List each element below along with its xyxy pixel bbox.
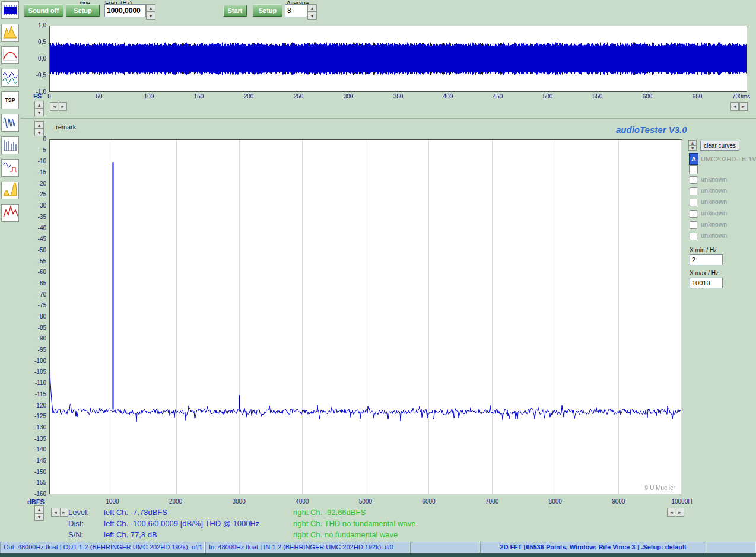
average-input[interactable]: [285, 4, 307, 17]
frequency-spin-down-button[interactable]: ▼: [146, 12, 155, 20]
scope-scroll-right2-button[interactable]: ►: [739, 102, 748, 111]
fft-y-tick-label: -40: [21, 225, 46, 232]
fft-y-tick-label: -50: [21, 247, 46, 254]
spectrogram-icon[interactable]: [1, 24, 19, 42]
taskbar-strip: [0, 553, 756, 557]
fft-y-tick-label: 0: [21, 136, 46, 143]
curve-unknown-checkbox[interactable]: [690, 176, 697, 184]
dual-wave-icon[interactable]: [1, 69, 19, 87]
dist-right-value: right Ch. THD no fundamental wave: [293, 519, 415, 528]
scope-y-spin-up-button[interactable]: ▲: [34, 101, 44, 109]
fft-scroll-right-button[interactable]: ►: [60, 508, 68, 517]
fft-y-tick-label: -135: [21, 435, 46, 443]
frequency-input[interactable]: [104, 4, 146, 17]
curve-list-up-button[interactable]: ▲: [688, 140, 697, 145]
fft-scroll-left2-button[interactable]: ◄: [667, 508, 675, 517]
fft-y-tick-label: -95: [21, 346, 46, 354]
average-spin-down-button[interactable]: ▼: [307, 12, 317, 20]
curve-unknown-label: unknown: [701, 187, 727, 194]
level-left-value: left Ch. -7,78dBFS: [104, 508, 167, 517]
spectrum-area-icon[interactable]: [1, 182, 19, 199]
curve-list-down-button[interactable]: ▼: [688, 145, 697, 151]
scope-x-tick-label: 400: [430, 93, 466, 100]
comb-spectrum-icon[interactable]: [1, 136, 19, 154]
x-min-label: X min / Hz: [690, 247, 717, 253]
scope-x-tick-label: 200: [231, 93, 266, 100]
statusbar-out: Out: 48000Hz float | OUT 1-2 (BEHRINGER …: [0, 542, 205, 553]
sound-off-button[interactable]: Sound off: [24, 4, 63, 17]
start-button[interactable]: Start: [223, 5, 247, 17]
scope-y-tick-label: 0,0: [21, 55, 46, 62]
curve-a-tile[interactable]: A: [689, 153, 698, 165]
fft-y-spin-down-button[interactable]: ▼: [34, 513, 44, 521]
wave-generator-icon[interactable]: [1, 159, 19, 177]
curve-unknown-checkbox[interactable]: [690, 221, 697, 229]
sweep-curve-icon[interactable]: [1, 114, 19, 132]
tsp-icon-label: TSP: [5, 97, 15, 103]
clear-curves-button[interactable]: clear curves: [700, 141, 739, 151]
setup-generator-button[interactable]: Setup: [66, 4, 100, 17]
curve-a-name: UMC202HD-LB-1Vp: [701, 155, 756, 163]
fft-plot: [49, 139, 682, 494]
curve-unknown-checkbox[interactable]: [690, 233, 697, 240]
fft-scroll-left-button[interactable]: ◄: [51, 508, 59, 517]
tsp-icon[interactable]: TSP: [1, 91, 19, 109]
scope-y-tick-label: 0,5: [21, 39, 46, 46]
scope-scroll-right-button[interactable]: ►: [59, 102, 67, 111]
fft-y-tick-label: -100: [21, 358, 46, 365]
copyright-label: © U.Mueller: [644, 485, 675, 491]
scope-y-spin-down-button[interactable]: ▼: [34, 109, 44, 116]
scope-x-tick-label: 450: [480, 93, 516, 100]
fft-y-tick-label: -20: [21, 180, 46, 187]
fft-y-tick-label: -15: [21, 169, 46, 176]
curve-unknown-checkbox[interactable]: [690, 210, 697, 218]
frequency-spin-up-button[interactable]: ▲: [146, 4, 155, 12]
scope-scroll-left-button[interactable]: ◄: [50, 102, 58, 111]
fft-y-tick-label: -145: [21, 457, 46, 464]
fft-y-tick-label: -160: [21, 491, 46, 498]
fft-y-spin-up-button[interactable]: ▲: [34, 505, 44, 513]
setup-analyzer-button[interactable]: Setup: [253, 4, 282, 17]
scope-x-tick-label: 0: [31, 93, 67, 100]
remark-label: remark: [56, 123, 76, 131]
frequency-response-icon[interactable]: [1, 46, 19, 64]
app-title: audioTester V3.0: [616, 125, 687, 135]
average-spin-up-button[interactable]: ▲: [307, 4, 317, 12]
fft-y-tick-label: -140: [21, 446, 46, 453]
remark-spinner: ▲ ▼: [34, 121, 44, 136]
scope-x-tick-label: 550: [580, 93, 615, 100]
sweep-curve-glyph: [2, 115, 18, 131]
curve-unknown-checkbox[interactable]: [690, 187, 697, 195]
wave-monitor-glyph: [2, 2, 18, 18]
level-right-value: right Ch. -92,66dBFS: [293, 508, 366, 517]
fft-scroll-right2-button[interactable]: ►: [676, 508, 684, 517]
comb-spectrum-glyph: [2, 138, 18, 153]
section-separator: [20, 118, 756, 119]
statusbar-spacer: [410, 542, 479, 553]
x-min-input[interactable]: [690, 254, 723, 265]
scope-x-tick-label: 650: [679, 93, 715, 100]
statusbar-fft-info: 2D FFT [65536 Points, Window: Rife Vince…: [480, 542, 706, 553]
curve-unknown-checkbox[interactable]: [690, 199, 697, 206]
scope-y-spinner: ▲ ▼: [34, 101, 44, 116]
x-max-input[interactable]: [690, 278, 723, 288]
app-window: TSP sine Freq. (Hz) Average Sound off Se…: [0, 0, 756, 557]
fft-y-tick-label: -45: [21, 235, 46, 243]
scope-x-tick-label: 100: [131, 93, 167, 100]
scope-scroll-left2-button[interactable]: ◄: [730, 102, 739, 111]
fft-y-tick-label: -5: [21, 147, 46, 154]
sn-right-value: right Ch. no fundamental wave: [293, 530, 398, 539]
distortion-curve-icon[interactable]: [1, 204, 19, 222]
fft-x-tick-label: 9000: [601, 498, 636, 505]
spectrogram-glyph: [2, 25, 18, 40]
fft-y-tick-label: -70: [21, 291, 46, 298]
curve-unknown-label: unknown: [701, 198, 727, 205]
frequency-response-glyph: [2, 47, 18, 63]
spectrum-area-glyph: [2, 183, 18, 198]
wave-monitor-icon[interactable]: [1, 1, 19, 19]
fft-y-tick-label: -155: [21, 479, 46, 486]
fft-x-tick-label: 10000H: [664, 498, 700, 505]
remark-spin-up-button[interactable]: ▲: [34, 121, 44, 129]
curve-checkbox-empty[interactable]: [689, 165, 698, 174]
fft-y-tick-label: -30: [21, 202, 46, 209]
